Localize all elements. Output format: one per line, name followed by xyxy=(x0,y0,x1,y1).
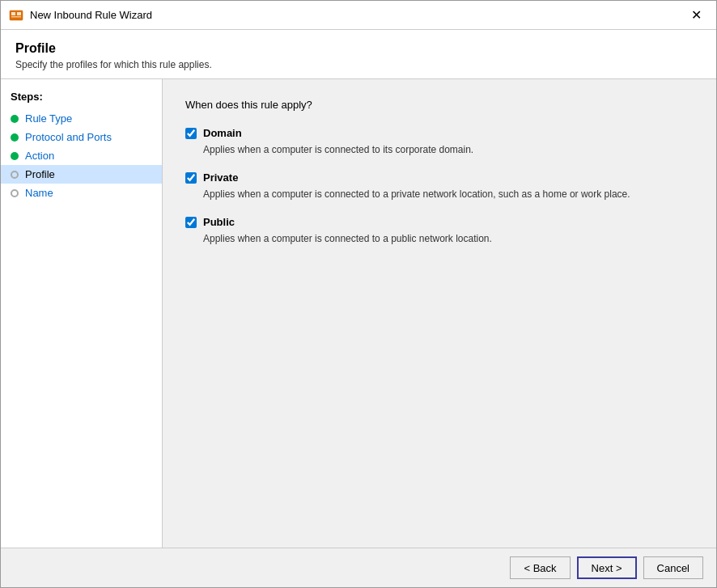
domain-checkbox[interactable] xyxy=(185,128,197,139)
main-panel: When does this rule apply? Domain Applie… xyxy=(163,79,716,548)
question-text: When does this rule apply? xyxy=(185,99,694,111)
sidebar-item-label-name: Name xyxy=(25,187,53,199)
domain-checkbox-wrap: Domain xyxy=(185,127,694,139)
private-label[interactable]: Private xyxy=(203,171,238,184)
private-checkbox-wrap: Private xyxy=(185,171,694,184)
window-icon xyxy=(9,8,23,23)
sidebar-item-profile[interactable]: Profile xyxy=(1,165,162,184)
next-button[interactable]: Next > xyxy=(577,556,637,579)
sidebar-item-action[interactable]: Action xyxy=(1,146,162,165)
domain-label[interactable]: Domain xyxy=(203,127,242,139)
sidebar-item-name[interactable]: Name xyxy=(1,184,162,202)
private-description: Applies when a computer is connected to … xyxy=(203,187,694,201)
domain-description: Applies when a computer is connected to … xyxy=(203,142,694,157)
domain-option-group: Domain Applies when a computer is connec… xyxy=(185,127,694,157)
back-button[interactable]: < Back xyxy=(510,556,570,579)
public-option-group: Public Applies when a computer is connec… xyxy=(185,216,694,246)
private-option-group: Private Applies when a computer is conne… xyxy=(185,171,694,201)
sidebar: Steps: Rule Type Protocol and Ports Acti… xyxy=(1,79,163,548)
svg-rect-3 xyxy=(11,16,21,18)
window-title: New Inbound Rule Wizard xyxy=(30,9,684,21)
page-subtitle: Specify the profiles for which this rule… xyxy=(15,59,702,70)
sidebar-item-label-action: Action xyxy=(25,150,54,162)
svg-rect-1 xyxy=(11,12,15,15)
public-checkbox[interactable] xyxy=(185,217,197,228)
step-dot-name xyxy=(11,189,19,197)
public-label[interactable]: Public xyxy=(203,216,235,228)
sidebar-item-rule-type[interactable]: Rule Type xyxy=(1,109,162,128)
sidebar-label: Steps: xyxy=(1,91,162,109)
step-dot-rule-type xyxy=(11,115,19,123)
public-checkbox-wrap: Public xyxy=(185,216,694,228)
public-description: Applies when a computer is connected to … xyxy=(203,231,694,246)
close-button[interactable]: ✕ xyxy=(684,3,708,27)
step-dot-action xyxy=(11,152,19,160)
sidebar-item-label-profile: Profile xyxy=(25,168,55,180)
step-dot-profile xyxy=(11,171,19,179)
cancel-button[interactable]: Cancel xyxy=(643,556,703,579)
footer: < Back Next > Cancel xyxy=(1,548,716,587)
sidebar-item-protocol-ports[interactable]: Protocol and Ports xyxy=(1,128,162,146)
step-dot-protocol-ports xyxy=(11,133,19,142)
content-area: Steps: Rule Type Protocol and Ports Acti… xyxy=(1,79,716,548)
private-checkbox[interactable] xyxy=(185,172,197,184)
svg-rect-2 xyxy=(17,12,21,15)
sidebar-item-label-protocol-ports: Protocol and Ports xyxy=(25,131,112,143)
title-bar: New Inbound Rule Wizard ✕ xyxy=(1,1,716,30)
page-header: Profile Specify the profiles for which t… xyxy=(1,30,716,79)
page-title: Profile xyxy=(15,41,702,56)
sidebar-item-label-rule-type: Rule Type xyxy=(25,112,72,125)
window: New Inbound Rule Wizard ✕ Profile Specif… xyxy=(0,0,717,588)
